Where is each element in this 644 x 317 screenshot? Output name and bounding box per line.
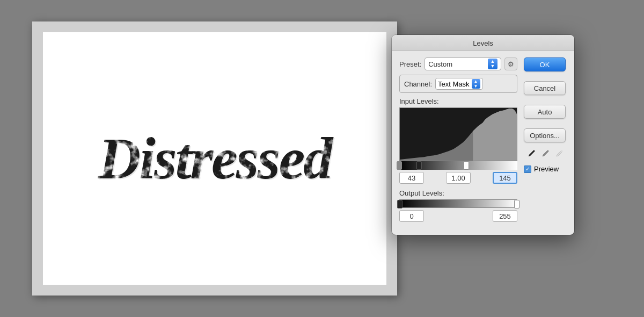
dialog-left: Preset: Custom ▲ ▼ ⚙ Channel: Text Mask — [399, 57, 517, 227]
channel-down-icon: ▼ — [474, 84, 478, 89]
output-levels-label: Output Levels: — [399, 189, 517, 197]
input-black-value[interactable]: 43 — [399, 172, 424, 184]
preset-row: Preset: Custom ▲ ▼ ⚙ — [399, 57, 517, 70]
dialog-right: OK Cancel Auto Options... — [524, 57, 567, 227]
check-icon: ✓ — [525, 166, 530, 172]
canvas-white: Distressed — [43, 32, 386, 285]
dialog-title: Levels — [473, 39, 493, 47]
gear-button[interactable]: ⚙ — [504, 57, 517, 70]
options-button[interactable]: Options... — [524, 128, 566, 142]
output-black-handle[interactable] — [397, 200, 402, 208]
eyedropper-row — [524, 148, 567, 160]
eyedropper-gray-icon[interactable] — [539, 148, 551, 160]
channel-up-icon: ▲ — [474, 79, 478, 84]
input-gamma-value[interactable]: 1.00 — [446, 172, 471, 184]
svg-point-3 — [561, 150, 563, 152]
preset-select[interactable]: Custom ▲ ▼ — [425, 57, 501, 70]
output-white-value[interactable]: 255 — [493, 210, 517, 222]
input-gamma-handle[interactable] — [397, 161, 402, 170]
histogram-svg — [400, 108, 517, 161]
auto-button[interactable]: Auto — [524, 105, 566, 119]
input-values-row: 43 1.00 145 — [399, 172, 517, 184]
input-levels-label: Input Levels: — [399, 97, 517, 105]
svg-point-1 — [533, 150, 535, 152]
input-white-handle[interactable] — [464, 161, 469, 170]
output-values-row: 0 255 — [399, 210, 517, 222]
distressed-text: Distressed — [98, 125, 331, 193]
preview-row: ✓ Preview — [524, 165, 567, 173]
preset-value: Custom — [428, 60, 452, 68]
preset-arrows-btn[interactable]: ▲ ▼ — [488, 59, 497, 69]
levels-dialog: Levels Preset: Custom ▲ ▼ ⚙ C — [392, 35, 574, 235]
input-slider-track[interactable] — [399, 161, 517, 170]
preview-checkbox[interactable]: ✓ — [524, 165, 531, 173]
channel-box: Channel: Text Mask ▲ ▼ — [399, 75, 517, 93]
ok-button[interactable]: OK — [524, 57, 566, 71]
channel-value: Text Mask — [438, 80, 470, 88]
preview-label: Preview — [534, 165, 559, 173]
canvas-area: Distressed — [32, 21, 397, 296]
channel-label: Channel: — [404, 80, 432, 88]
eyedropper-black-icon[interactable] — [525, 148, 537, 160]
dialog-titlebar: Levels — [392, 35, 574, 51]
output-slider-track[interactable] — [399, 199, 517, 208]
input-black-handle[interactable] — [416, 161, 422, 170]
output-black-value[interactable]: 0 — [399, 210, 424, 222]
histogram — [399, 107, 517, 161]
eyedropper-white-icon[interactable] — [553, 148, 565, 160]
channel-select[interactable]: Text Mask ▲ ▼ — [435, 78, 483, 90]
dialog-body: Preset: Custom ▲ ▼ ⚙ Channel: Text Mask — [392, 51, 574, 235]
preset-label: Preset: — [399, 60, 421, 68]
channel-arrows-btn[interactable]: ▲ ▼ — [472, 79, 480, 89]
gear-icon: ⚙ — [508, 60, 514, 68]
input-white-value[interactable]: 145 — [493, 172, 517, 184]
output-white-handle[interactable] — [514, 200, 519, 208]
chevron-down-icon: ▼ — [491, 64, 495, 69]
svg-point-2 — [547, 150, 549, 152]
cancel-button[interactable]: Cancel — [524, 81, 566, 95]
